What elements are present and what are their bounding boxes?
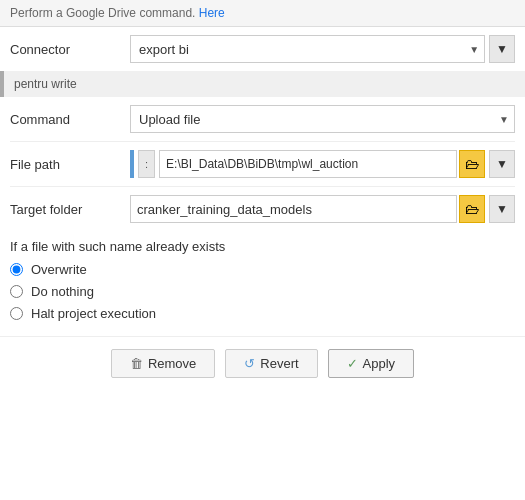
button-row: 🗑 Remove ↺ Revert ✓ Apply [0,336,525,388]
top-bar-text: Perform a Google Drive command. [10,6,195,20]
command-field: Upload file ▼ [130,105,515,133]
revert-button[interactable]: ↺ Revert [225,349,317,378]
radio-halt-option[interactable]: Halt project execution [10,306,515,321]
radio-section: If a file with such name already exists … [0,231,525,332]
top-bar-link[interactable]: Here [199,6,225,20]
apply-button-label: Apply [363,356,396,371]
radio-do-nothing-option[interactable]: Do nothing [10,284,515,299]
connector-select-wrap: export bi ▼ [130,35,485,63]
file-path-blue-bar [130,150,134,178]
section-header: pentru write [0,71,525,97]
radio-halt-input[interactable] [10,307,23,320]
file-path-dot-button[interactable]: : [138,150,155,178]
radio-overwrite-label: Overwrite [31,262,87,277]
remove-button-label: Remove [148,356,196,371]
file-path-row: File path : 🗁 ▼ [10,142,515,187]
target-folder-label: Target folder [10,202,130,217]
target-folder-expand-button[interactable]: ▼ [489,195,515,223]
command-select-wrap: Upload file ▼ [130,105,515,133]
file-path-field: : 🗁 ▼ [130,150,515,178]
check-icon: ✓ [347,356,358,371]
trash-icon: 🗑 [130,356,143,371]
revert-icon: ↺ [244,356,255,371]
form-section: Connector export bi ▼ ▼ [0,27,525,71]
radio-overwrite-input[interactable] [10,263,23,276]
target-folder-folder-button[interactable]: 🗁 [459,195,485,223]
section-header-text: pentru write [14,77,77,91]
connector-expand-button[interactable]: ▼ [489,35,515,63]
radio-do-nothing-input[interactable] [10,285,23,298]
target-folder-row: Target folder cranker_training_data_mode… [10,187,515,231]
target-folder-field: cranker_training_data_models 🗁 ▼ [130,195,515,223]
connector-field: export bi ▼ ▼ [130,35,515,63]
radio-do-nothing-label: Do nothing [31,284,94,299]
file-path-folder-button[interactable]: 🗁 [459,150,485,178]
file-path-label: File path [10,157,130,172]
form-section-2: Command Upload file ▼ File path : 🗁 [0,97,525,231]
remove-button[interactable]: 🗑 Remove [111,349,215,378]
radio-overwrite-option[interactable]: Overwrite [10,262,515,277]
radio-halt-label: Halt project execution [31,306,156,321]
target-folder-folder-icon: 🗁 [465,201,479,217]
target-folder-value: cranker_training_data_models [130,195,457,223]
command-select[interactable]: Upload file [130,105,515,133]
command-label: Command [10,112,130,127]
connector-label: Connector [10,42,130,57]
file-path-input[interactable] [159,150,457,178]
main-container: Perform a Google Drive command. Here Con… [0,0,525,388]
top-bar: Perform a Google Drive command. Here [0,0,525,27]
file-exists-label: If a file with such name already exists [10,239,515,254]
connector-select[interactable]: export bi [130,35,485,63]
file-path-expand-button[interactable]: ▼ [489,150,515,178]
command-row: Command Upload file ▼ [10,97,515,142]
revert-button-label: Revert [260,356,298,371]
file-path-folder-icon: 🗁 [465,156,479,172]
apply-button[interactable]: ✓ Apply [328,349,415,378]
connector-row: Connector export bi ▼ ▼ [10,27,515,71]
